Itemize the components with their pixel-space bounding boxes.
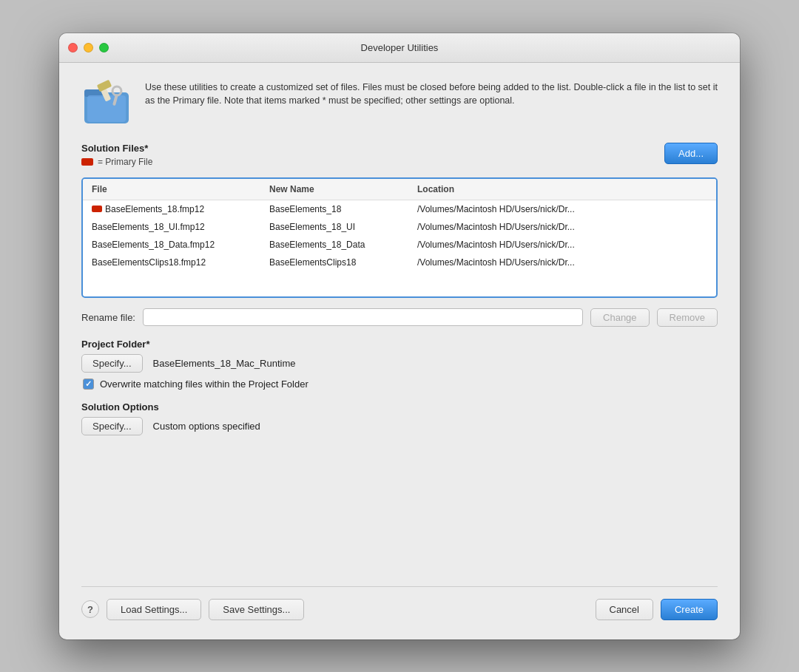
title-bar: Developer Utilities xyxy=(59,33,740,63)
footer-left: ? Load Settings... Save Settings... xyxy=(81,599,304,620)
primary-file-marker-icon xyxy=(92,206,102,212)
save-settings-button[interactable]: Save Settings... xyxy=(209,599,304,620)
cell-newname: BaseElements_18 xyxy=(266,202,414,217)
project-folder-section: Project Folder* Specify... BaseElements_… xyxy=(81,339,718,390)
rename-label: Rename file: xyxy=(81,312,135,323)
primary-indicator-text: = Primary File xyxy=(98,157,152,167)
overwrite-checkbox[interactable] xyxy=(83,379,94,390)
project-folder-specify-button[interactable]: Specify... xyxy=(81,354,143,373)
table-row[interactable]: BaseElements_18_Data.fmp12BaseElements_1… xyxy=(83,236,716,254)
rename-row: Rename file: Change Remove xyxy=(81,308,718,327)
header-description: Use these utilities to create a customiz… xyxy=(145,78,718,109)
table-row[interactable]: BaseElementsClips18.fmp12BaseElementsCli… xyxy=(83,254,716,271)
project-folder-label: Project Folder* xyxy=(81,339,718,350)
solution-options-specify-button[interactable]: Specify... xyxy=(81,417,143,435)
overwrite-label: Overwrite matching files within the Proj… xyxy=(100,379,309,390)
header-section: Use these utilities to create a customiz… xyxy=(81,78,718,129)
solution-options-specify-row: Specify... Custom options specified xyxy=(81,417,718,435)
solution-options-section: Solution Options Specify... Custom optio… xyxy=(81,401,718,441)
add-button[interactable]: Add... xyxy=(664,143,718,164)
close-button[interactable] xyxy=(68,43,78,52)
cell-newname: BaseElements_18_UI xyxy=(266,220,414,234)
solution-options-label: Solution Options xyxy=(81,401,718,413)
table-row[interactable]: BaseElements_18.fmp12BaseElements_18/Vol… xyxy=(83,200,716,218)
window-title: Developer Utilities xyxy=(361,42,439,53)
cell-file: BaseElements_18.fmp12 xyxy=(89,202,266,217)
file-name: BaseElements_18.fmp12 xyxy=(105,204,204,214)
cell-file: BaseElements_18_Data.fmp12 xyxy=(89,237,266,252)
change-button[interactable]: Change xyxy=(590,308,650,327)
help-button[interactable]: ? xyxy=(81,600,99,618)
cell-file: BaseElementsClips18.fmp12 xyxy=(89,255,266,270)
project-folder-specify-row: Specify... BaseElements_18_Mac_Runtime xyxy=(81,354,718,373)
col-newname: New Name xyxy=(266,182,414,197)
primary-dot-icon xyxy=(81,158,93,166)
files-table: File New Name Location BaseElements_18.f… xyxy=(81,177,718,298)
solution-options-status: Custom options specified xyxy=(153,421,260,432)
primary-file-row: BaseElements_18.fmp12 xyxy=(92,204,263,214)
minimize-button[interactable] xyxy=(84,43,93,52)
create-button[interactable]: Create xyxy=(661,599,718,620)
remove-button[interactable]: Remove xyxy=(657,308,718,327)
table-header: File New Name Location xyxy=(83,179,716,200)
overwrite-checkbox-row[interactable]: Overwrite matching files within the Proj… xyxy=(83,379,718,390)
footer: ? Load Settings... Save Settings... Canc… xyxy=(81,586,718,625)
traffic-lights xyxy=(68,43,109,52)
cell-location: /Volumes/Macintosh HD/Users/nick/Dr... xyxy=(414,237,710,252)
primary-indicator: = Primary File xyxy=(81,157,152,167)
rename-input[interactable] xyxy=(143,308,583,326)
solution-files-section: Solution Files* = Primary File Add... Fi… xyxy=(81,143,718,298)
app-icon xyxy=(81,78,133,129)
cell-location: /Volumes/Macintosh HD/Users/nick/Dr... xyxy=(414,202,710,217)
table-row[interactable]: BaseElements_18_UI.fmp12BaseElements_18_… xyxy=(83,218,716,236)
main-window: Developer Utilities xyxy=(59,33,740,639)
footer-main-buttons: Cancel Create xyxy=(596,599,718,620)
cell-newname: BaseElements_18_Data xyxy=(266,237,414,252)
cell-location: /Volumes/Macintosh HD/Users/nick/Dr... xyxy=(414,220,710,234)
col-location: Location xyxy=(414,182,710,197)
cell-location: /Volumes/Macintosh HD/Users/nick/Dr... xyxy=(414,255,710,270)
table-body: BaseElements_18.fmp12BaseElements_18/Vol… xyxy=(83,200,716,296)
col-file: File xyxy=(89,182,266,197)
cell-file: BaseElements_18_UI.fmp12 xyxy=(89,220,266,234)
cancel-button[interactable]: Cancel xyxy=(596,599,653,620)
solution-files-label: Solution Files* xyxy=(81,143,152,154)
cell-newname: BaseElementsClips18 xyxy=(266,255,414,270)
content-area: Use these utilities to create a customiz… xyxy=(59,63,740,639)
maximize-button[interactable] xyxy=(99,43,109,52)
project-folder-name: BaseElements_18_Mac_Runtime xyxy=(153,358,296,369)
load-settings-button[interactable]: Load Settings... xyxy=(107,599,201,620)
